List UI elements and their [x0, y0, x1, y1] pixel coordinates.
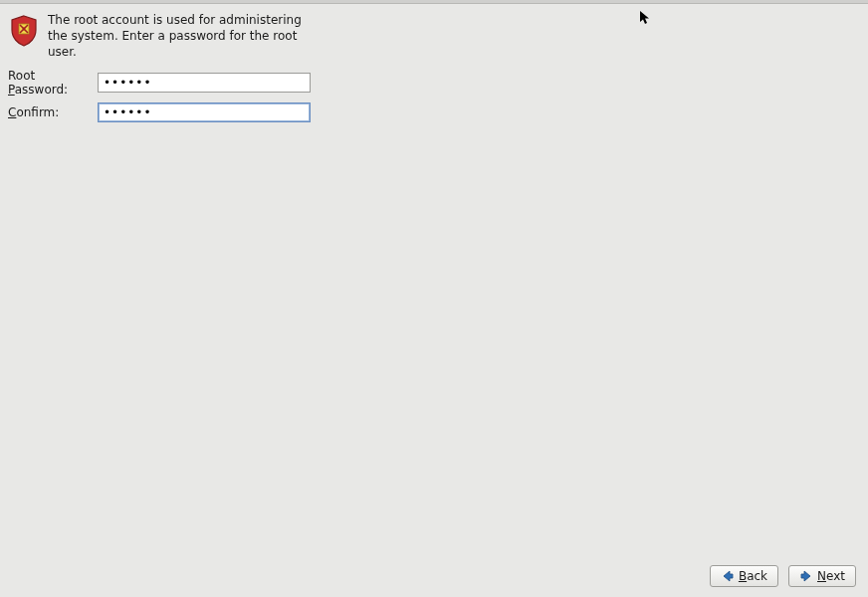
- root-password-label: Root Password:: [8, 69, 98, 97]
- root-password-row: Root Password:: [8, 69, 860, 97]
- button-bar: Back Next: [710, 565, 856, 587]
- shield-icon: [8, 14, 40, 48]
- password-form: Root Password: Confirm:: [0, 67, 868, 122]
- label-accelerator: P: [8, 83, 15, 97]
- back-button[interactable]: Back: [710, 565, 778, 587]
- button-label: Next: [817, 569, 845, 583]
- description-text: The root account is used for administeri…: [48, 12, 317, 61]
- root-password-input[interactable]: [98, 73, 311, 93]
- next-button[interactable]: Next: [788, 565, 856, 587]
- label-text: onfirm:: [16, 105, 59, 119]
- installer-page: The root account is used for administeri…: [0, 4, 868, 597]
- button-label: Back: [739, 569, 767, 583]
- arrow-right-icon: [799, 569, 813, 583]
- confirm-row: Confirm:: [8, 102, 860, 122]
- label-text: Root: [8, 69, 35, 83]
- confirm-input[interactable]: [98, 102, 311, 122]
- header-row: The root account is used for administeri…: [0, 4, 868, 67]
- svg-point-1: [23, 28, 26, 31]
- arrow-left-icon: [721, 569, 735, 583]
- confirm-label: Confirm:: [8, 105, 98, 119]
- label-text: assword:: [15, 83, 68, 97]
